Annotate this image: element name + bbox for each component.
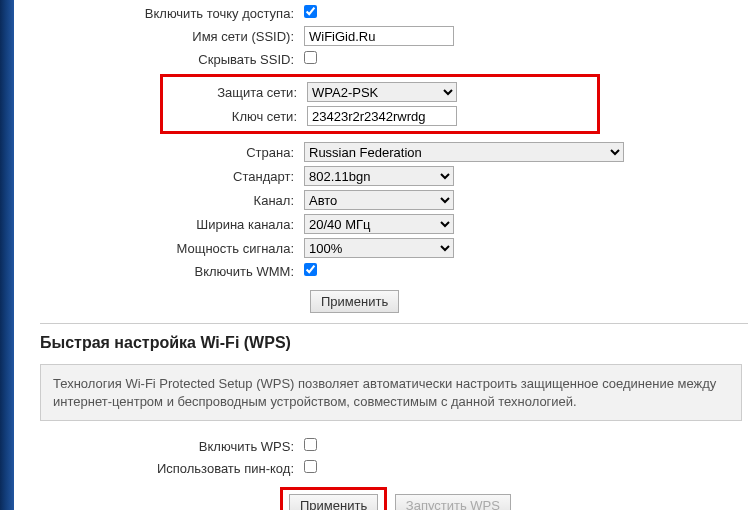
security-highlight-box: Защита сети: WPA2-PSK Ключ сети: [160, 74, 600, 134]
wps-pin-label: Использовать пин-код: [40, 457, 300, 479]
hide-ssid-label: Скрывать SSID: [40, 48, 300, 70]
power-label: Мощность сигнала: [40, 236, 300, 260]
radio-settings-form: Страна: Russian Federation Стандарт: 802… [40, 140, 628, 282]
wps-heading: Быстрая настройка Wi-Fi (WPS) [40, 334, 748, 352]
wps-settings-form: Включить WPS: Использовать пин-код: [40, 435, 321, 479]
key-label: Ключ сети: [165, 104, 303, 128]
ssid-input[interactable] [304, 26, 454, 46]
wps-pin-checkbox[interactable] [304, 460, 317, 473]
hide-ssid-checkbox[interactable] [304, 51, 317, 64]
wps-apply-button[interactable]: Применить [289, 494, 378, 510]
enable-ap-label: Включить точку доступа: [40, 2, 300, 24]
wps-start-button: Запустить WPS [395, 494, 511, 510]
channel-select[interactable]: Авто [304, 190, 454, 210]
wps-apply-highlight: Применить [280, 487, 387, 510]
key-input[interactable] [307, 106, 457, 126]
width-select[interactable]: 20/40 МГц [304, 214, 454, 234]
enable-ap-checkbox[interactable] [304, 5, 317, 18]
standard-label: Стандарт: [40, 164, 300, 188]
content-area: Включить точку доступа: Имя сети (SSID):… [14, 0, 748, 510]
wmm-checkbox[interactable] [304, 263, 317, 276]
country-label: Страна: [40, 140, 300, 164]
width-label: Ширина канала: [40, 212, 300, 236]
wmm-label: Включить WMM: [40, 260, 300, 282]
sidebar-rail [0, 0, 14, 510]
security-select[interactable]: WPA2-PSK [307, 82, 457, 102]
channel-label: Канал: [40, 188, 300, 212]
section-divider [40, 323, 748, 324]
security-label: Защита сети: [165, 80, 303, 104]
wps-info-box: Технология Wi-Fi Protected Setup (WPS) п… [40, 364, 742, 421]
power-select[interactable]: 100% [304, 238, 454, 258]
wps-enable-checkbox[interactable] [304, 438, 317, 451]
ap-settings-form: Включить точку доступа: Имя сети (SSID):… [40, 2, 458, 70]
ap-apply-button[interactable]: Применить [310, 290, 399, 313]
wps-enable-label: Включить WPS: [40, 435, 300, 457]
ssid-label: Имя сети (SSID): [40, 24, 300, 48]
standard-select[interactable]: 802.11bgn [304, 166, 454, 186]
country-select[interactable]: Russian Federation [304, 142, 624, 162]
